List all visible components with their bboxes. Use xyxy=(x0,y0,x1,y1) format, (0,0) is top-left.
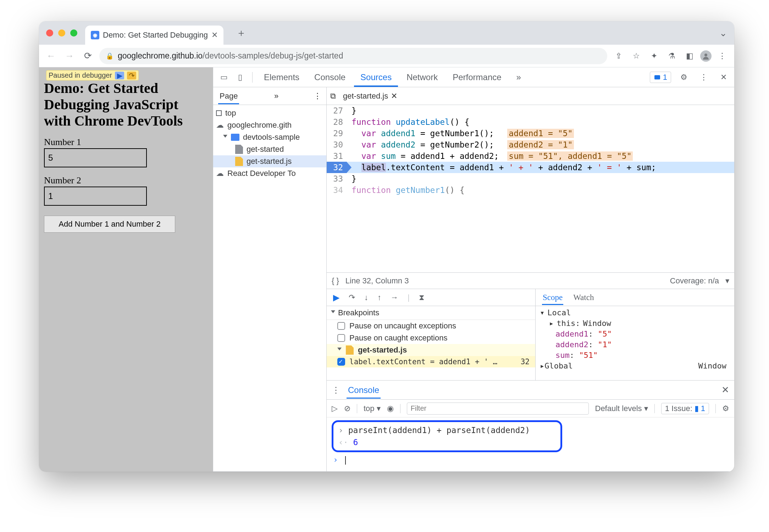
step-out-icon[interactable]: ↑ xyxy=(377,293,381,302)
coverage-menu-icon[interactable]: ▾ xyxy=(725,276,729,286)
checkbox-icon[interactable] xyxy=(337,334,345,342)
input-number2[interactable] xyxy=(44,187,147,206)
paused-label: Paused in debugger xyxy=(49,71,112,79)
close-devtools-icon[interactable]: ✕ xyxy=(717,73,731,82)
devtools-menu-icon[interactable]: ⋮ xyxy=(697,73,711,82)
step-icon[interactable]: → xyxy=(391,293,398,302)
tree-file-html[interactable]: get-started xyxy=(213,143,326,155)
settings-icon[interactable]: ⚙ xyxy=(677,73,691,82)
console-body[interactable]: › parseInt(addend1) + parseInt(addend2) … xyxy=(327,417,734,471)
input-number1[interactable] xyxy=(44,148,147,167)
console-prompt[interactable]: › xyxy=(332,452,729,466)
clear-console-icon[interactable]: ⊘ xyxy=(344,404,350,413)
lock-icon: 🔒 xyxy=(106,52,114,60)
pretty-print-icon[interactable]: { } xyxy=(332,276,339,286)
scope-body: ▾Local ▸this: Window addend1: "5" addend… xyxy=(536,306,734,373)
editor-status-bar: { } Line 32, Column 3 Coverage: n/a ▾ xyxy=(327,272,734,289)
tab-network[interactable]: Network xyxy=(400,67,444,87)
deactivate-breakpoints-icon[interactable]: ⧗ xyxy=(419,293,424,302)
navigator-menu-icon[interactable]: ⋮ xyxy=(314,92,321,101)
drawer-menu-icon[interactable]: ⋮ xyxy=(332,385,340,395)
log-levels-selector[interactable]: Default levels ▾ xyxy=(595,404,648,413)
tab-performance[interactable]: Performance xyxy=(446,67,508,87)
labs-icon[interactable]: ⚗ xyxy=(665,49,679,63)
bookmark-icon[interactable]: ☆ xyxy=(629,49,643,63)
tree-origin[interactable]: ☁googlechrome.gith xyxy=(213,119,326,131)
new-tab-button[interactable]: ＋ xyxy=(236,26,246,40)
inspect-icon[interactable]: ▭ xyxy=(217,73,231,82)
tab-scope[interactable]: Scope xyxy=(542,290,563,305)
console-filter-input[interactable] xyxy=(407,403,589,415)
overlay-step-icon[interactable]: ↷ xyxy=(127,72,136,79)
address-bar: ← → ⟳ 🔒 googlechrome.github.io/devtools-… xyxy=(39,45,734,67)
issues-pill[interactable]: 1 Issue: ▮1 xyxy=(661,403,709,414)
checkbox-icon[interactable] xyxy=(337,322,345,330)
sidepanel-icon[interactable]: ◧ xyxy=(682,49,697,63)
drawer-tabs: ⋮ Console ✕ xyxy=(327,381,734,400)
debugger-toolbar: ▶ ↷ ↓ ↑ → | ⧗ xyxy=(327,289,535,306)
share-icon[interactable]: ⇪ xyxy=(612,49,626,63)
overlay-resume-icon[interactable]: ▶ xyxy=(115,72,124,79)
pause-caught-row[interactable]: Pause on caught exceptions xyxy=(327,332,535,344)
label-number1: Number 1 xyxy=(44,137,208,148)
reload-icon[interactable]: ⟳ xyxy=(81,49,95,63)
context-selector[interactable]: top ▾ xyxy=(364,404,381,413)
drawer-tab-console[interactable]: Console xyxy=(347,382,381,399)
live-expression-icon[interactable]: ◉ xyxy=(387,404,394,413)
resume-icon[interactable]: ▶ xyxy=(333,293,339,303)
tree-top[interactable]: top xyxy=(213,107,326,119)
close-file-icon[interactable]: ✕ xyxy=(391,92,397,101)
issues-indicator[interactable]: 1 xyxy=(650,72,671,83)
scope-local[interactable]: ▾Local xyxy=(540,307,730,318)
file-tab-active[interactable]: get-started.js ✕ xyxy=(341,92,399,101)
maximize-window-icon[interactable] xyxy=(70,29,77,37)
output-arrow-icon: ‹· xyxy=(338,438,348,447)
tab-watch[interactable]: Watch xyxy=(573,293,594,302)
label-number2: Number 2 xyxy=(44,175,208,186)
content-area: Paused in debugger ▶ ↷ Demo: Get Started… xyxy=(39,67,734,472)
tree-folder[interactable]: devtools-sample xyxy=(213,131,326,143)
console-settings-icon[interactable]: ⚙ xyxy=(722,404,729,413)
breakpoint-file-row[interactable]: get-started.js xyxy=(327,344,535,356)
tabs-overflow[interactable]: » xyxy=(510,67,527,87)
chrome-menu-icon[interactable]: ⋮ xyxy=(715,49,729,63)
close-drawer-icon[interactable]: ✕ xyxy=(721,384,729,395)
navigator-overflow-icon[interactable]: » xyxy=(274,92,278,101)
pause-uncaught-row[interactable]: Pause on uncaught exceptions xyxy=(327,320,535,332)
checkbox-checked-icon[interactable] xyxy=(337,358,345,366)
breakpoint-line-row[interactable]: label.textContent = addend1 + ' …32 xyxy=(327,356,535,367)
toggle-navigator-icon[interactable]: ⧉ xyxy=(330,92,336,101)
coverage-status: Coverage: n/a xyxy=(670,276,719,286)
tab-elements[interactable]: Elements xyxy=(258,67,306,87)
browser-tab[interactable]: ◉ Demo: Get Started Debugging ✕ xyxy=(85,26,223,45)
step-over-icon[interactable]: ↷ xyxy=(349,293,355,302)
scope-global[interactable]: ▸GlobalWindow xyxy=(540,361,730,371)
code-editor[interactable]: 27} 28function updateLabel() { 29 var ad… xyxy=(327,105,734,272)
console-sidebar-icon[interactable]: ▷ xyxy=(332,404,338,413)
tab-console[interactable]: Console xyxy=(308,67,352,87)
tab-sources[interactable]: Sources xyxy=(354,67,398,87)
svg-point-0 xyxy=(704,54,707,56)
close-window-icon[interactable] xyxy=(46,29,53,37)
scope-this[interactable]: ▸this: Window xyxy=(540,318,730,329)
extensions-icon[interactable]: ✦ xyxy=(647,49,661,63)
tree-file-js[interactable]: get-started.js xyxy=(213,155,326,167)
tabs-menu-icon[interactable]: ⌄ xyxy=(719,28,727,39)
folder-icon xyxy=(231,134,239,141)
breakpoints-section[interactable]: Breakpoints xyxy=(327,306,535,320)
minimize-window-icon[interactable] xyxy=(58,29,65,37)
console-drawer: ⋮ Console ✕ ▷ ⊘ top ▾ ◉ Default xyxy=(327,380,734,471)
url-host: googlechrome.github.io xyxy=(118,51,203,60)
device-toggle-icon[interactable]: ▯ xyxy=(233,73,247,82)
tree-extension[interactable]: ☁React Developer To xyxy=(213,167,326,179)
navigator-tab-page[interactable]: Page xyxy=(218,88,239,104)
devtools-panel: ▭ ▯ Elements Console Sources Network Per… xyxy=(213,67,734,472)
profile-avatar[interactable] xyxy=(700,50,712,62)
forward-icon[interactable]: → xyxy=(62,49,77,63)
add-button[interactable]: Add Number 1 and Number 2 xyxy=(44,216,175,233)
back-icon[interactable]: ← xyxy=(44,49,58,63)
step-into-icon[interactable]: ↓ xyxy=(364,293,368,302)
url-input[interactable]: 🔒 googlechrome.github.io/devtools-sample… xyxy=(99,48,607,64)
close-tab-icon[interactable]: ✕ xyxy=(211,31,218,40)
navigator-pane: Page » ⋮ top ☁googlechrome.gith devtools… xyxy=(213,87,327,471)
